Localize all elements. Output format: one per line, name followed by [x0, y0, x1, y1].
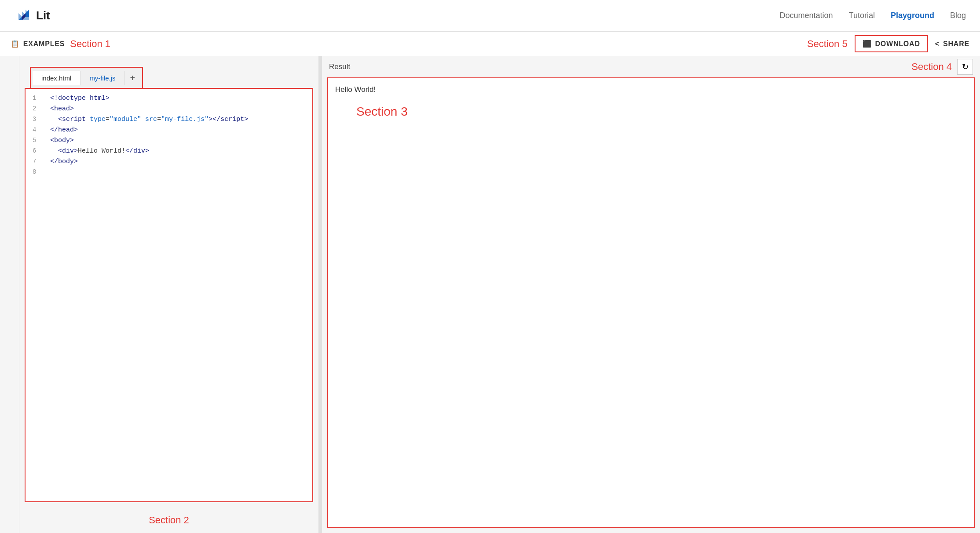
main-content: index.html my-file.js + 1<!doctype html>…: [0, 56, 980, 533]
code-content: <script type="module" src="my-file.js"><…: [50, 116, 248, 123]
section3-label: Section 3: [356, 105, 967, 119]
right-toolbar: Section 5 ⬛ DOWNLOAD < SHARE: [807, 35, 969, 52]
right-panel: Result Section 4 ↻ Hello World! Section …: [322, 56, 980, 533]
code-line: 4</head>: [26, 126, 312, 136]
section2-label: Section 2: [149, 515, 189, 526]
examples-label: 📋 EXAMPLES: [11, 40, 65, 48]
panel-divider[interactable]: [318, 56, 322, 533]
tab-index-html[interactable]: index.html: [33, 71, 80, 85]
line-number: 7: [33, 158, 43, 165]
code-content: <body>: [50, 137, 74, 144]
examples-area: 📋 EXAMPLES Section 1: [11, 38, 110, 50]
code-line: 6 <div>Hello World!</div>: [26, 147, 312, 157]
lit-logo-icon: [14, 7, 32, 25]
code-content: <head>: [50, 105, 74, 113]
line-number: 2: [33, 105, 43, 112]
code-editor[interactable]: 1<!doctype html>2<head>3 <script type="m…: [25, 88, 313, 502]
result-header: Result Section 4 ↻: [322, 56, 980, 77]
result-preview: Hello World! Section 3: [327, 77, 975, 528]
nav-playground[interactable]: Playground: [891, 11, 934, 20]
code-line: 1<!doctype html>: [26, 94, 312, 105]
code-line: 7</body>: [26, 157, 312, 168]
section5-label: Section 5: [807, 38, 848, 50]
download-button[interactable]: ⬛ DOWNLOAD: [855, 35, 928, 52]
examples-icon: 📋: [11, 40, 20, 48]
line-number: 4: [33, 126, 43, 133]
hello-world-text: Hello World!: [335, 85, 967, 94]
section4-label: Section 4: [911, 61, 952, 73]
top-nav: Lit Documentation Tutorial Playground Bl…: [0, 0, 980, 32]
nav-documentation[interactable]: Documentation: [780, 11, 833, 20]
line-number: 6: [33, 147, 43, 154]
code-content: <div>Hello World!</div>: [50, 147, 149, 155]
line-number: 3: [33, 116, 43, 123]
code-content: </body>: [50, 158, 78, 165]
add-tab-button[interactable]: +: [125, 71, 141, 85]
section2-area: Section 2: [19, 507, 318, 533]
download-icon: ⬛: [863, 40, 872, 48]
left-panel: index.html my-file.js + 1<!doctype html>…: [19, 56, 318, 533]
share-button[interactable]: < SHARE: [935, 40, 969, 48]
tab-my-file-js[interactable]: my-file.js: [80, 71, 124, 85]
refresh-icon: ↻: [962, 62, 969, 72]
logo-area: Lit: [14, 7, 50, 25]
result-label: Result: [329, 62, 350, 71]
line-number: 8: [33, 168, 43, 175]
nav-tutorial[interactable]: Tutorial: [849, 11, 875, 20]
sidebar-strip: [0, 56, 19, 533]
code-line: 8: [26, 168, 312, 179]
code-content: </head>: [50, 126, 78, 134]
tabs-bar: index.html my-file.js +: [30, 67, 143, 88]
refresh-button[interactable]: ↻: [957, 59, 973, 75]
section1-label: Section 1: [70, 38, 110, 50]
code-line: 5<body>: [26, 136, 312, 147]
line-number: 1: [33, 95, 43, 102]
logo-text: Lit: [36, 9, 50, 22]
code-content: <!doctype html>: [50, 95, 110, 102]
share-icon: <: [935, 40, 940, 48]
code-line: 3 <script type="module" src="my-file.js"…: [26, 115, 312, 126]
line-number: 5: [33, 137, 43, 144]
second-bar: 📋 EXAMPLES Section 1 Section 5 ⬛ DOWNLOA…: [0, 32, 980, 56]
result-right: Section 4 ↻: [911, 59, 973, 75]
code-line: 2<head>: [26, 105, 312, 115]
nav-links: Documentation Tutorial Playground Blog: [780, 11, 966, 20]
nav-blog[interactable]: Blog: [950, 11, 966, 20]
tabs-container: index.html my-file.js +: [25, 62, 313, 88]
